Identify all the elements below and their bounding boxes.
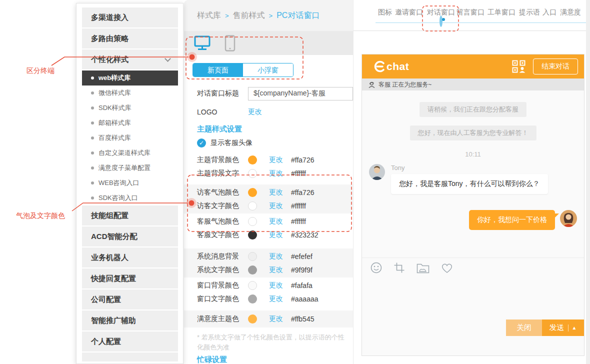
close-button[interactable]: 关闭 <box>506 320 542 336</box>
sidebar-item-baidu-style[interactable]: 百度样式库 <box>82 130 178 146</box>
send-button[interactable]: 发送 ▲ <box>542 320 584 336</box>
sidebar-item-satisfaction-submenu[interactable]: 满意度子菜单配置 <box>82 160 178 176</box>
sidebar-group-label: 多渠道接入 <box>91 13 128 22</box>
change-link[interactable]: 更改 <box>269 217 283 226</box>
color-row: 访客气泡颜色 更改 #ffa726 <box>184 186 353 199</box>
color-swatch[interactable] <box>248 156 257 164</box>
sidebar-item-partial[interactable] <box>82 352 178 362</box>
desktop-icon[interactable] <box>194 36 210 50</box>
step-label: 入口 <box>542 8 556 17</box>
color-row-label: 主题背景文字 <box>197 169 248 178</box>
color-swatch[interactable] <box>248 281 257 290</box>
step-dialog-window[interactable]: 对话窗口 <box>427 8 455 26</box>
sidebar-group-label: 快捷回复配置 <box>91 274 136 284</box>
sidebar-group-label: 个人配置 <box>91 337 121 346</box>
sidebar-item-personal[interactable]: 个人配置 <box>82 332 178 352</box>
bullet-icon <box>91 166 94 170</box>
change-link[interactable]: 更改 <box>269 266 283 274</box>
logo-change-link[interactable]: 更改 <box>248 108 262 116</box>
step-icon[interactable]: 图标 <box>378 8 392 17</box>
chat-toolbar <box>362 258 584 278</box>
sidebar-item-bot[interactable]: 业务机器人 <box>82 248 178 268</box>
tab-new-page[interactable]: 新页面 <box>193 64 243 76</box>
chevron-down-icon <box>164 56 171 62</box>
color-row: 满意度主题色 更改 #ffb545 <box>184 312 353 326</box>
agent-message-row: Tony 您好，我是客服Tony，有什么可以帮到你么？ <box>369 164 577 194</box>
color-swatch[interactable] <box>248 230 257 240</box>
sidebar-item-quick-reply[interactable]: 快捷回复配置 <box>82 268 178 288</box>
satisfaction-color-group: 满意度主题色 更改 #ffb545 <box>184 310 353 328</box>
screenshot-crop-icon[interactable] <box>394 262 405 274</box>
tab-float-window[interactable]: 小浮窗 <box>243 64 293 76</box>
color-swatch[interactable] <box>248 217 257 226</box>
sidebar-item-web-entry[interactable]: WEB咨询入口 <box>82 176 178 190</box>
step-entry[interactable]: 入口 <box>542 8 556 17</box>
sidebar-item-skill-group[interactable]: 技能组配置 <box>82 206 178 226</box>
step-dot-active[interactable] <box>440 16 442 27</box>
step-message-window[interactable]: 留言窗口 <box>456 8 484 17</box>
step-ticket-window[interactable]: 工单窗口 <box>488 8 516 17</box>
color-row-label: 主题背景颜色 <box>197 156 248 164</box>
color-row: 系统消息背景 更改 #efefef <box>184 250 353 263</box>
color-swatch[interactable] <box>248 202 257 210</box>
change-link[interactable]: 更改 <box>269 281 283 290</box>
chat-action-buttons: 关闭 发送 ▲ <box>362 320 584 356</box>
brand-g-icon <box>373 60 386 73</box>
sidebar-item-sdk-entry[interactable]: SDK咨询入口 <box>82 190 178 206</box>
sidebar-item-company[interactable]: 公司配置 <box>82 290 178 310</box>
sidebar-item-sdk-style[interactable]: SDK样式库 <box>82 100 178 116</box>
breadcrumb-item-presale[interactable]: 售前样式 <box>233 10 265 21</box>
sidebar-item-acd[interactable]: ACD智能分配 <box>82 226 178 246</box>
sidebar-item-custom-channel-style[interactable]: 自定义渠道样式库 <box>82 146 178 160</box>
color-swatch[interactable] <box>248 314 257 324</box>
echat-logo: chat <box>373 60 409 73</box>
brand-text: chat <box>386 60 409 72</box>
change-link[interactable]: 更改 <box>269 188 283 197</box>
sidebar-item-web-style[interactable]: web样式库 <box>82 70 178 86</box>
color-swatch[interactable] <box>248 294 257 304</box>
change-link[interactable]: 更改 <box>269 230 283 240</box>
change-link[interactable]: 更改 <box>269 202 283 210</box>
change-link[interactable]: 更改 <box>269 294 283 304</box>
sidebar-item-mail-style[interactable]: 邮箱样式库 <box>82 116 178 130</box>
bullet-icon <box>91 92 94 94</box>
heart-icon[interactable] <box>441 262 453 274</box>
end-chat-button[interactable]: 结束对话 <box>533 58 578 74</box>
color-swatch[interactable] <box>248 266 257 274</box>
emoji-icon[interactable] <box>370 262 382 274</box>
qr-contact-icon[interactable] <box>512 60 526 73</box>
step-label: 邀请窗口 <box>395 8 423 17</box>
change-link[interactable]: 更改 <box>269 252 283 261</box>
mobile-icon[interactable] <box>224 35 236 52</box>
page-scrollbar[interactable] <box>586 0 590 364</box>
breadcrumb: 样式库 > 售前样式 > PC对话窗口 <box>184 0 353 31</box>
color-row: 访客文字颜色 更改 #ffffff <box>184 199 353 212</box>
bullet-icon <box>91 196 94 200</box>
send-arrow-icon[interactable]: ▲ <box>572 325 577 330</box>
change-link[interactable]: 更改 <box>269 156 283 164</box>
visitor-color-group: 访客气泡颜色 更改 #ffa726 访客文字颜色 更改 #ffffff <box>184 184 353 214</box>
color-swatch[interactable] <box>248 252 257 261</box>
visitor-avatar <box>560 210 577 227</box>
sidebar-item-wechat-style[interactable]: 微信样式库 <box>82 86 178 100</box>
sidebar-item-routing[interactable]: 多路由策略 <box>82 28 178 48</box>
step-prompt[interactable]: 提示语 <box>519 8 540 17</box>
step-invite-window[interactable]: 邀请窗口 <box>395 8 423 17</box>
color-swatch[interactable] <box>248 169 257 178</box>
dialog-title-input[interactable] <box>248 87 353 100</box>
chat-input-area[interactable] <box>362 278 584 320</box>
checkbox-checked-icon[interactable] <box>197 138 206 148</box>
breadcrumb-item-library[interactable]: 样式库 <box>197 10 221 21</box>
change-link[interactable]: 更改 <box>269 169 283 178</box>
color-swatch[interactable] <box>248 188 257 197</box>
color-hex: #ffffff <box>291 170 306 178</box>
bullet-icon <box>91 182 94 184</box>
step-satisfaction[interactable]: 满意度 <box>560 8 581 17</box>
color-hex: #9f9f9f <box>291 266 312 274</box>
change-link[interactable]: 更改 <box>269 314 283 324</box>
visitor-bubble: 你好，我想问一下价格 <box>469 210 555 230</box>
sidebar-item-multichannel[interactable]: 多渠道接入 <box>82 8 178 28</box>
file-image-icon[interactable] <box>416 262 430 274</box>
sidebar-item-promotion[interactable]: 智能推广辅助 <box>82 310 178 330</box>
sidebar-item-personalized-style[interactable]: 个性化样式 <box>82 50 178 70</box>
